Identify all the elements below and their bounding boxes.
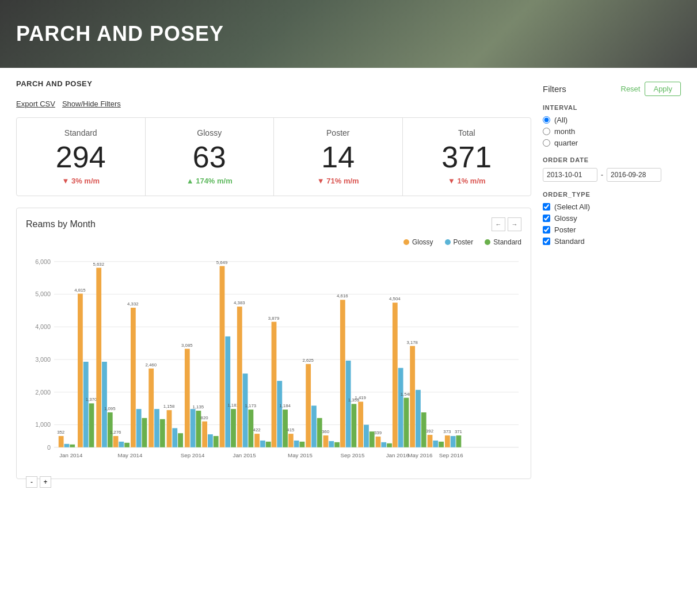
interval-month-item[interactable]: month [543, 127, 681, 136]
svg-text:360: 360 [322, 429, 330, 434]
ordertype-poster-label: Poster [554, 225, 576, 234]
interval-radio-group: (All) month quarter [543, 116, 681, 147]
ordertype-poster-checkbox[interactable] [543, 226, 550, 234]
legend-standard-label: Standard [493, 238, 521, 246]
svg-text:Jan 2016: Jan 2016 [386, 452, 409, 458]
svg-rect-23 [96, 268, 101, 447]
svg-rect-89 [358, 401, 363, 447]
svg-rect-98 [398, 368, 403, 447]
svg-rect-18 [78, 294, 83, 447]
show-hide-filters-link[interactable]: Show/Hide Filters [62, 100, 121, 108]
svg-text:3,000: 3,000 [35, 356, 51, 363]
svg-text:1,173: 1,173 [245, 403, 257, 408]
page-subtitle: PARCH AND POSEY [16, 79, 531, 88]
svg-text:422: 422 [253, 427, 261, 433]
svg-text:5,000: 5,000 [35, 290, 51, 297]
ordertype-all-item[interactable]: (Select All) [543, 202, 681, 211]
legend-poster: Poster [445, 238, 474, 246]
interval-quarter-radio[interactable] [543, 139, 550, 147]
kpi-value-glossy: 63 [159, 142, 260, 172]
interval-quarter-label: quarter [554, 139, 578, 147]
svg-rect-54 [225, 336, 230, 447]
ordertype-glossy-item[interactable]: Glossy [543, 214, 681, 223]
svg-rect-51 [214, 436, 219, 447]
svg-rect-86 [352, 404, 357, 447]
ordertype-standard-checkbox[interactable] [543, 238, 550, 245]
ordertype-glossy-label: Glossy [554, 214, 577, 223]
svg-rect-106 [428, 435, 433, 447]
content-area: PARCH AND POSEY Export CSV Show/Hide Fil… [16, 79, 531, 479]
filter-date-section: ORDER DATE - [543, 156, 681, 182]
svg-text:4,504: 4,504 [389, 296, 401, 301]
ordertype-glossy-checkbox[interactable] [543, 215, 550, 222]
svg-rect-97 [393, 303, 398, 447]
ordertype-standard-label: Standard [554, 237, 585, 246]
zoom-controls: - + [26, 476, 521, 488]
svg-rect-68 [277, 381, 282, 447]
svg-text:2,000: 2,000 [35, 389, 51, 396]
svg-rect-20 [89, 403, 94, 447]
svg-rect-50 [208, 434, 213, 447]
legend-standard-dot [485, 239, 490, 245]
svg-rect-110 [445, 435, 450, 447]
svg-rect-65 [266, 442, 271, 447]
kpi-change-total: ▼ 1% m/m [417, 177, 517, 185]
filters-apply-button[interactable]: Apply [645, 82, 681, 96]
legend-glossy-dot [403, 239, 409, 245]
chart-title: Reams by Month [26, 219, 96, 229]
svg-rect-24 [102, 362, 107, 447]
svg-text:1,548: 1,548 [401, 392, 412, 397]
filters-reset-link[interactable]: Reset [621, 85, 641, 93]
svg-text:1,181: 1,181 [227, 403, 239, 408]
svg-rect-37 [154, 409, 159, 447]
interval-quarter-item[interactable]: quarter [543, 139, 681, 147]
svg-rect-34 [142, 418, 147, 447]
ordertype-all-checkbox[interactable] [543, 203, 550, 211]
interval-all-radio[interactable] [543, 116, 550, 124]
interval-month-radio[interactable] [543, 128, 550, 135]
svg-text:3,178: 3,178 [406, 340, 418, 345]
kpi-value-poster: 14 [288, 142, 389, 172]
svg-text:5,632: 5,632 [93, 262, 104, 267]
svg-rect-19 [83, 362, 89, 447]
kpi-value-total: 371 [417, 142, 517, 172]
kpi-label-total: Total [417, 128, 517, 137]
kpi-card-glossy: Glossy 63 ▲ 174% m/m [146, 118, 275, 196]
chart-next-button[interactable]: → [508, 217, 521, 231]
interval-all-item[interactable]: (All) [543, 116, 681, 124]
ordertype-standard-item[interactable]: Standard [543, 237, 681, 246]
svg-text:May 2015: May 2015 [288, 452, 313, 458]
svg-text:1,000: 1,000 [35, 421, 51, 428]
toolbar: Export CSV Show/Hide Filters [16, 100, 531, 108]
main-layout: PARCH AND POSEY Export CSV Show/Hide Fil… [0, 68, 697, 491]
svg-rect-107 [433, 441, 438, 447]
filters-header: Filters Reset Apply [543, 79, 681, 96]
kpi-change-standard: ▼ 3% m/m [31, 177, 131, 185]
svg-rect-53 [220, 266, 225, 447]
kpi-card-total: Total 371 ▼ 1% m/m [403, 118, 531, 196]
date-to-input[interactable] [607, 168, 661, 182]
svg-rect-28 [113, 436, 119, 447]
chart-container: 6,000 5,000 4,000 3,000 2,000 1,000 0 35… [26, 251, 521, 469]
zoom-out-button[interactable]: - [26, 476, 37, 488]
ordertype-checkbox-group: (Select All) Glossy Poster Standard [543, 202, 681, 246]
svg-text:4,332: 4,332 [127, 301, 139, 307]
chart-prev-button[interactable]: ← [492, 217, 505, 231]
filter-interval-section: INTERVAL (All) month quarter [543, 104, 681, 147]
svg-rect-93 [376, 437, 381, 447]
ordertype-poster-item[interactable]: Poster [543, 225, 681, 234]
filter-interval-title: INTERVAL [543, 104, 681, 111]
chart-legend: Glossy Poster Standard [26, 238, 521, 246]
svg-text:0: 0 [47, 444, 51, 451]
zoom-in-button[interactable]: + [40, 476, 51, 488]
svg-text:415: 415 [287, 427, 295, 433]
svg-text:352: 352 [57, 430, 64, 435]
filter-ordertype-title: ORDER_TYPE [543, 191, 681, 198]
date-from-input[interactable] [543, 168, 597, 182]
header-title: PARCH AND POSEY [16, 22, 224, 46]
svg-rect-15 [64, 444, 70, 447]
export-csv-link[interactable]: Export CSV [16, 100, 55, 108]
ordertype-all-label: (Select All) [554, 202, 590, 211]
svg-text:May 2014: May 2014 [118, 452, 143, 458]
svg-rect-16 [70, 445, 75, 447]
